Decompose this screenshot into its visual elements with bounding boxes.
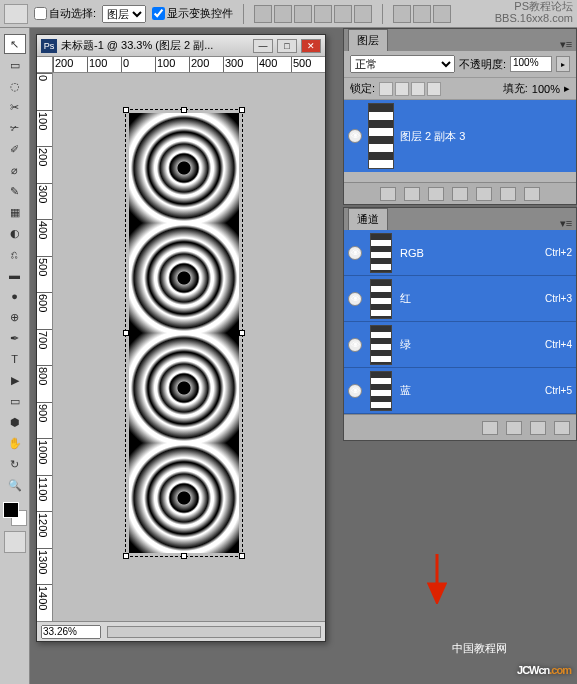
ruler-horizontal[interactable]: 2001000100200300400500 — [53, 57, 325, 73]
align-icon[interactable] — [334, 5, 352, 23]
transform-handle[interactable] — [181, 553, 187, 559]
transform-handle[interactable] — [239, 330, 245, 336]
visibility-icon[interactable]: 👁 — [348, 292, 362, 306]
lock-all-icon[interactable] — [427, 82, 441, 96]
zoom-input[interactable] — [41, 625, 101, 639]
pen-tool[interactable]: ✒ — [4, 328, 26, 348]
channel-name[interactable]: 蓝 — [400, 383, 411, 398]
channel-list[interactable]: 👁RGBCtrl+2👁红Ctrl+3👁绿Ctrl+4👁蓝Ctrl+5 — [344, 230, 576, 414]
3d-tool[interactable]: ⬢ — [4, 412, 26, 432]
channel-row[interactable]: 👁RGBCtrl+2 — [344, 230, 576, 276]
auto-select[interactable]: 自动选择: — [34, 6, 96, 21]
fill-arrow-icon[interactable]: ▸ — [564, 82, 570, 95]
quickmask-toggle[interactable] — [4, 531, 26, 553]
document-titlebar[interactable]: Ps 未标题-1 @ 33.3% (图层 2 副... — □ ✕ — [37, 35, 325, 57]
marquee-tool[interactable]: ▭ — [4, 55, 26, 75]
layer-thumbnail[interactable] — [368, 103, 394, 169]
channel-thumbnail[interactable] — [370, 233, 392, 273]
lock-pixels-icon[interactable] — [395, 82, 409, 96]
delete-icon[interactable] — [524, 187, 540, 201]
channel-thumbnail[interactable] — [370, 371, 392, 411]
layer-list[interactable]: 👁 图层 2 副本 3 — [344, 100, 576, 182]
hand-tool[interactable]: ✋ — [4, 433, 26, 453]
mask-icon[interactable] — [428, 187, 444, 201]
close-button[interactable]: ✕ — [301, 39, 321, 53]
visibility-icon[interactable]: 👁 — [348, 384, 362, 398]
lock-transparency-icon[interactable] — [379, 82, 393, 96]
auto-select-checkbox[interactable] — [34, 7, 47, 20]
channel-row[interactable]: 👁绿Ctrl+4 — [344, 322, 576, 368]
channel-name[interactable]: RGB — [400, 247, 424, 259]
eyedropper-tool[interactable]: ✐ — [4, 139, 26, 159]
align-icon[interactable] — [254, 5, 272, 23]
crop-tool[interactable]: ✃ — [4, 118, 26, 138]
visibility-icon[interactable]: 👁 — [348, 246, 362, 260]
channel-row[interactable]: 👁红Ctrl+3 — [344, 276, 576, 322]
layer-name[interactable]: 图层 2 副本 3 — [400, 129, 465, 144]
quick-select-tool[interactable]: ✂ — [4, 97, 26, 117]
channels-tab[interactable]: 通道 — [348, 208, 388, 230]
align-icon[interactable] — [354, 5, 372, 23]
auto-select-dropdown[interactable]: 图层 — [102, 5, 146, 23]
blur-tool[interactable]: ● — [4, 286, 26, 306]
heal-tool[interactable]: ⌀ — [4, 160, 26, 180]
gradient-tool[interactable]: ▬ — [4, 265, 26, 285]
fx-icon[interactable] — [404, 187, 420, 201]
transform-handle[interactable] — [123, 330, 129, 336]
show-transform-checkbox[interactable] — [152, 7, 165, 20]
align-icon[interactable] — [314, 5, 332, 23]
layers-tab[interactable]: 图层 — [348, 29, 388, 51]
canvas[interactable] — [53, 73, 325, 621]
distribute-icon[interactable] — [433, 5, 451, 23]
opacity-value[interactable]: 100% — [510, 56, 552, 72]
adjustment-icon[interactable] — [452, 187, 468, 201]
path-select-tool[interactable]: ▶ — [4, 370, 26, 390]
transform-handle[interactable] — [239, 107, 245, 113]
rotate-view-tool[interactable]: ↻ — [4, 454, 26, 474]
brush-tool[interactable]: ✎ — [4, 181, 26, 201]
ruler-vertical[interactable]: 0100200300400500600700800900100011001200… — [37, 73, 53, 621]
stamp-tool[interactable]: ▦ — [4, 202, 26, 222]
zoom-tool[interactable]: 🔍 — [4, 475, 26, 495]
fg-color[interactable] — [3, 502, 19, 518]
channel-name[interactable]: 红 — [400, 291, 411, 306]
channel-name[interactable]: 绿 — [400, 337, 411, 352]
fill-value[interactable]: 100% — [532, 83, 560, 95]
transform-handle[interactable] — [181, 107, 187, 113]
transform-handle[interactable] — [123, 107, 129, 113]
load-selection-icon[interactable] — [482, 421, 498, 435]
scrollbar-h[interactable] — [107, 626, 321, 638]
distribute-icon[interactable] — [413, 5, 431, 23]
color-swatch[interactable] — [3, 502, 27, 526]
channel-thumbnail[interactable] — [370, 279, 392, 319]
type-tool[interactable]: T — [4, 349, 26, 369]
transform-handle[interactable] — [239, 553, 245, 559]
transform-frame[interactable] — [125, 109, 243, 557]
show-transform[interactable]: 显示变换控件 — [152, 6, 233, 21]
panel-menu-icon[interactable]: ▾≡ — [556, 217, 576, 230]
dodge-tool[interactable]: ⊕ — [4, 307, 26, 327]
shape-tool[interactable]: ▭ — [4, 391, 26, 411]
history-brush-tool[interactable]: ◐ — [4, 223, 26, 243]
maximize-button[interactable]: □ — [277, 39, 297, 53]
group-icon[interactable] — [476, 187, 492, 201]
align-icon[interactable] — [274, 5, 292, 23]
visibility-icon[interactable]: 👁 — [348, 338, 362, 352]
align-icon[interactable] — [294, 5, 312, 23]
lasso-tool[interactable]: ◌ — [4, 76, 26, 96]
tool-preset[interactable] — [4, 4, 28, 24]
minimize-button[interactable]: — — [253, 39, 273, 53]
blend-mode-dropdown[interactable]: 正常 — [350, 55, 455, 73]
channel-row[interactable]: 👁蓝Ctrl+5 — [344, 368, 576, 414]
delete-channel-icon[interactable] — [554, 421, 570, 435]
new-layer-icon[interactable] — [500, 187, 516, 201]
eraser-tool[interactable]: ⎌ — [4, 244, 26, 264]
layer-row[interactable]: 👁 图层 2 副本 3 — [344, 100, 576, 172]
visibility-icon[interactable]: 👁 — [348, 129, 362, 143]
new-channel-icon[interactable] — [530, 421, 546, 435]
transform-handle[interactable] — [123, 553, 129, 559]
distribute-icon[interactable] — [393, 5, 411, 23]
channel-thumbnail[interactable] — [370, 325, 392, 365]
lock-position-icon[interactable] — [411, 82, 425, 96]
move-tool[interactable]: ↖ — [4, 34, 26, 54]
